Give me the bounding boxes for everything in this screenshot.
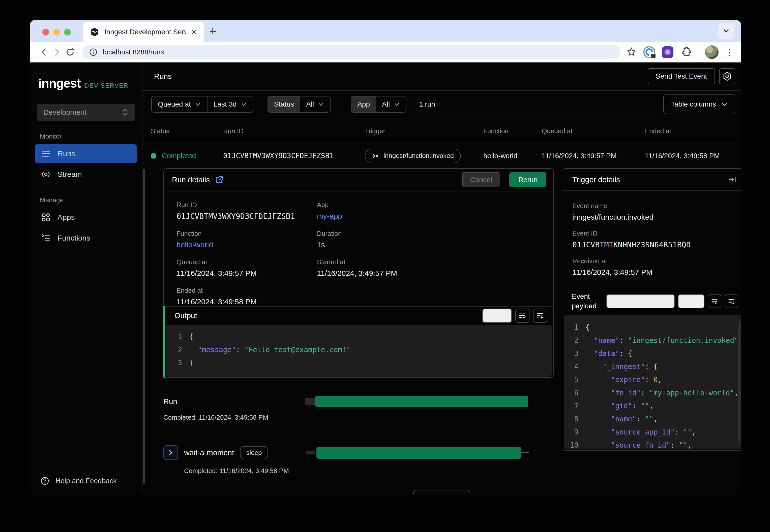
site-info-icon[interactable] xyxy=(89,48,98,57)
app-link[interactable]: my-app xyxy=(317,212,553,220)
browser-tabstrip: Inngest Development Server ✕ + xyxy=(30,20,741,42)
time-filter: Queued at Last 3d xyxy=(151,96,254,113)
field-label: Event name xyxy=(572,202,735,210)
toolbar-separator xyxy=(698,47,698,57)
step-bar-tail xyxy=(521,452,529,453)
trigger-name: inngest/function.invoked xyxy=(383,152,454,160)
settings-button[interactable] xyxy=(719,68,735,84)
field-event-name: Event name inngest/function.invoked xyxy=(572,202,735,221)
environment-select[interactable]: Development xyxy=(37,104,135,121)
close-window-button[interactable] xyxy=(42,29,49,36)
timeline-step-row[interactable]: wait-a-moment sleep xyxy=(163,445,554,460)
url-bar[interactable]: localhost:8288/runs xyxy=(82,45,621,59)
reload-icon[interactable] xyxy=(63,47,77,57)
new-tab-button[interactable]: + xyxy=(209,24,216,38)
time-field-value: Queued at xyxy=(158,100,191,108)
url-text[interactable]: localhost:8288/runs xyxy=(103,48,164,56)
status-filter-dropdown[interactable]: All xyxy=(300,96,330,112)
run-table-row[interactable]: Completed 01JCVBTMV3WXY9D3CFDEJFZSB1 inn… xyxy=(142,144,741,168)
field-received-at: Received at 11/16/2024, 3:49:57 PM xyxy=(572,257,735,277)
table-columns-label: Table columns xyxy=(671,100,716,108)
status-text: Completed xyxy=(162,152,196,160)
browser-tab[interactable]: Inngest Development Server ✕ xyxy=(83,22,204,42)
run-details-fields: Run ID 01JCVBTMV3WXY9D3CFDEJFZSB1 App my… xyxy=(164,191,553,306)
trigger-details-title: Trigger details xyxy=(572,175,620,184)
col-header[interactable]: Function xyxy=(483,127,542,135)
queue-delay-segment xyxy=(305,398,315,405)
bookmark-star-icon[interactable] xyxy=(626,47,637,57)
status-filter-value: All xyxy=(306,100,314,108)
payload-scrollbar[interactable] xyxy=(738,321,741,443)
col-header[interactable]: Run ID xyxy=(223,127,365,135)
sidebar-item-stream[interactable]: Stream xyxy=(35,165,137,184)
zoom-window-button[interactable] xyxy=(64,29,71,36)
browser-window: Inngest Development Server ✕ + xyxy=(30,20,741,494)
main-scrollbar[interactable] xyxy=(143,169,145,484)
run-detail-content: Run details Cancel Rerun Run ID 01JCVBTM… xyxy=(142,168,741,494)
table-columns-button[interactable]: Table columns xyxy=(663,94,735,114)
step-name: wait-a-moment xyxy=(184,448,234,457)
chevrons-updown-icon xyxy=(122,108,128,117)
scroll-to-bottom-button[interactable] xyxy=(533,309,547,323)
event-payload-code[interactable]: 1{2 "name": "inngest/function.invoked",3… xyxy=(564,315,741,449)
copy-payload-button[interactable]: Copy xyxy=(678,294,705,308)
field-label: Function xyxy=(176,230,317,238)
tab-close-icon[interactable]: ✕ xyxy=(191,28,197,37)
col-header[interactable]: Ended at xyxy=(645,127,741,135)
screenshot-stage: Inngest Development Server ✕ + xyxy=(0,0,770,532)
trigger-pill[interactable]: inngest/function.invoked xyxy=(365,149,461,163)
collapse-panel-icon[interactable] xyxy=(728,175,737,184)
timeline-run-row[interactable]: Run xyxy=(163,396,554,407)
sidebar-item-functions[interactable]: Functions xyxy=(35,229,137,247)
copy-output-button[interactable]: Copy xyxy=(482,309,512,323)
wrap-text-button[interactable] xyxy=(708,294,721,308)
sidebar-item-apps[interactable]: Apps xyxy=(35,208,137,227)
output-title: Output xyxy=(174,311,197,320)
app-filter-dropdown[interactable]: All xyxy=(376,96,406,112)
field-label: Queued at xyxy=(176,258,317,266)
wrap-text-button[interactable] xyxy=(515,309,529,323)
sidebar-item-label: Stream xyxy=(57,170,82,179)
filter-row: Queued at Last 3d Status All xyxy=(142,91,741,118)
back-icon[interactable] xyxy=(37,47,50,57)
run-id-cell: 01JCVBTMV3WXY9D3CFDEJFZSB1 xyxy=(223,152,365,160)
time-field-dropdown[interactable]: Queued at xyxy=(152,96,207,112)
event-payload-header: Event payload Send to Dev Server Copy xyxy=(562,287,741,315)
tab-search-chevron-icon[interactable] xyxy=(718,23,734,39)
help-and-feedback[interactable]: Help and Feedback xyxy=(30,476,142,486)
col-header[interactable]: Trigger xyxy=(365,127,483,135)
send-test-event-button[interactable]: Send Test Event xyxy=(648,68,715,84)
forward-icon[interactable] xyxy=(50,47,63,57)
extension-purple-icon[interactable] xyxy=(662,46,674,58)
field-event-id: Event ID 01JCVBTMTKNHNHZ3SN64R51BQD xyxy=(572,229,735,249)
scroll-to-bottom-button[interactable] xyxy=(725,294,738,308)
col-header[interactable]: Queued at xyxy=(542,127,645,135)
col-header[interactable]: Status xyxy=(151,127,223,135)
minimize-window-button[interactable] xyxy=(53,29,60,36)
monitor-section-label: Monitor xyxy=(40,132,142,140)
sidebar-item-runs[interactable]: Runs xyxy=(35,144,137,163)
time-range-value: Last 3d xyxy=(214,100,237,108)
status-dot-completed xyxy=(151,153,156,159)
sidebar: inngest DEV SERVER Development Monitor R… xyxy=(30,62,142,494)
extensions-puzzle-icon[interactable] xyxy=(680,47,691,58)
function-link[interactable]: hello-world xyxy=(176,241,317,249)
browser-menu-icon[interactable]: ⋮ xyxy=(725,47,734,57)
step-completed-text: Completed: 11/16/2024, 3:49:58 PM xyxy=(184,467,554,475)
field-label: Event ID xyxy=(572,229,735,237)
expand-step-button[interactable] xyxy=(163,445,178,460)
profile-avatar[interactable] xyxy=(705,45,719,59)
time-range-dropdown[interactable]: Last 3d xyxy=(207,96,253,112)
send-to-dev-server-button[interactable]: Send to Dev Server xyxy=(607,294,675,308)
browser-toolbar: localhost:8288/runs ⋮ xyxy=(30,42,741,62)
field-value: 11/16/2024, 3:49:57 PM xyxy=(317,269,553,278)
output-code[interactable]: 1{2 "message": "Hello test@example.com!"… xyxy=(166,325,552,377)
field-label: App xyxy=(317,201,553,209)
password-manager-icon[interactable] xyxy=(643,46,655,58)
cancel-button[interactable]: Cancel xyxy=(462,172,500,188)
external-link-icon[interactable] xyxy=(215,176,224,184)
run-progress-bar[interactable] xyxy=(315,396,528,407)
step-progress-bar[interactable] xyxy=(316,447,521,459)
load-more-button-partial[interactable] xyxy=(413,490,470,494)
rerun-button[interactable]: Rerun xyxy=(509,172,546,188)
